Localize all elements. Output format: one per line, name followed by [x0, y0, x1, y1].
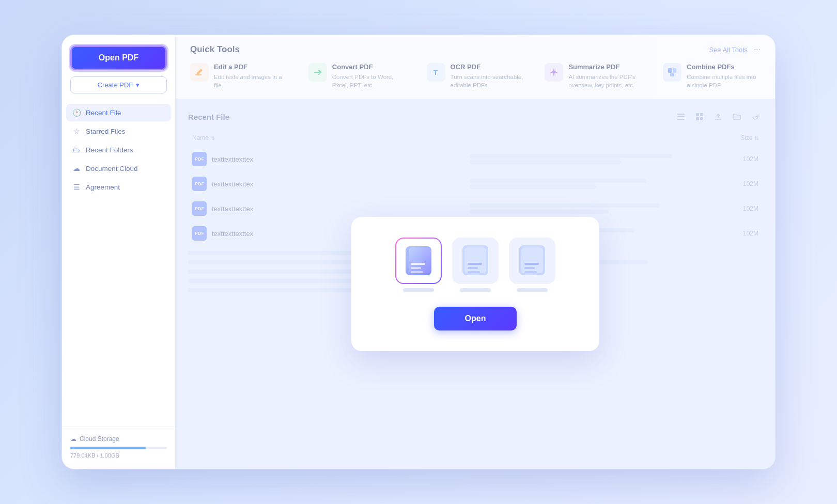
svg-rect-0 [195, 74, 202, 75]
summarize-pdf-name: Summarize PDF [568, 63, 642, 71]
cloud-storage-label: ☁ Cloud Storage [70, 435, 167, 443]
svg-rect-3 [668, 68, 672, 73]
file-area: Recent File [176, 99, 775, 469]
open-pdf-button[interactable]: Open PDF [70, 45, 167, 70]
tool-edit-pdf[interactable]: Edit a PDF Edit texts and images in a fi… [190, 63, 288, 89]
storage-bar-background [70, 447, 167, 449]
sidebar-item-agreement[interactable]: ☰ Agreement [66, 178, 171, 196]
svg-rect-26 [524, 267, 535, 269]
sidebar-item-recent-file[interactable]: 🕐 Recent File [66, 104, 171, 121]
svg-rect-27 [524, 271, 537, 273]
recent-file-icon: 🕐 [72, 108, 81, 117]
file-open-modal: Open [351, 217, 599, 351]
ocr-pdf-desc: Turn scans into searchable, editable PDF… [451, 73, 524, 89]
edit-pdf-desc: Edit texts and images in a file. [214, 73, 288, 89]
svg-rect-16 [411, 267, 421, 269]
sidebar-top: Open PDF Create PDF ▾ [62, 45, 175, 104]
svg-rect-25 [524, 263, 539, 265]
cloud-icon: ☁ [72, 164, 81, 172]
edit-pdf-name: Edit a PDF [214, 63, 288, 71]
more-options-icon[interactable]: ··· [754, 45, 761, 54]
svg-text:T: T [433, 69, 438, 76]
svg-rect-24 [521, 247, 543, 273]
open-file-button[interactable]: Open [434, 307, 517, 330]
svg-rect-19 [464, 247, 486, 273]
see-all-tools-link[interactable]: See All Tools [709, 46, 747, 54]
ocr-pdf-icon: T [427, 63, 445, 82]
svg-rect-5 [670, 73, 674, 76]
storage-bar-fill [70, 447, 146, 449]
star-icon: ☆ [72, 127, 81, 135]
combine-pdfs-name: Combine PDFs [687, 63, 761, 71]
tool-ocr-pdf[interactable]: T OCR PDF Turn scans into searchable, ed… [427, 63, 524, 89]
folder-icon: 🗁 [72, 146, 81, 154]
modal-file-item-3[interactable] [509, 238, 555, 292]
svg-rect-22 [468, 271, 480, 273]
quick-tools-section: Quick Tools See All Tools ··· Edit a P [176, 35, 775, 99]
app-window: Open PDF Create PDF ▾ 🕐 Recent File ☆ St… [62, 35, 775, 469]
svg-marker-2 [550, 68, 558, 76]
modal-file-item-1[interactable] [395, 238, 442, 292]
create-pdf-button[interactable]: Create PDF ▾ [70, 76, 167, 93]
tool-combine-pdfs[interactable]: Combine PDFs Combine multiple files into… [663, 63, 761, 89]
sidebar: Open PDF Create PDF ▾ 🕐 Recent File ☆ St… [62, 35, 176, 469]
main-content: Quick Tools See All Tools ··· Edit a P [176, 35, 775, 469]
storage-usage-text: 779.04KB / 1.00GB [70, 452, 167, 459]
quick-tools-header: Quick Tools See All Tools ··· [190, 44, 761, 55]
sidebar-item-starred-files[interactable]: ☆ Starred Files [66, 122, 171, 140]
quick-tools-actions: See All Tools ··· [709, 45, 761, 54]
modal-file-item-2[interactable] [452, 238, 499, 292]
tool-convert-pdf[interactable]: Convert PDF Convert PDFs to Word, Excel,… [308, 63, 406, 89]
svg-rect-15 [411, 263, 425, 265]
cloud-storage-icon: ☁ [70, 435, 76, 443]
sidebar-navigation: 🕐 Recent File ☆ Starred Files 🗁 Recent F… [62, 104, 175, 196]
svg-rect-21 [468, 267, 478, 269]
combine-pdfs-icon [663, 63, 681, 82]
convert-pdf-desc: Convert PDFs to Word, Excel, PPT, etc. [332, 73, 406, 89]
normal-file-icon-3 [509, 238, 555, 284]
svg-rect-17 [411, 271, 423, 273]
modal-overlay: Open [176, 99, 775, 469]
svg-rect-4 [673, 68, 676, 73]
ocr-pdf-name: OCR PDF [451, 63, 524, 71]
selected-file-icon [395, 238, 442, 284]
sidebar-item-document-cloud[interactable]: ☁ Document Cloud [66, 160, 171, 177]
convert-pdf-icon [308, 63, 327, 82]
svg-rect-20 [468, 263, 482, 265]
combine-pdfs-desc: Combine multiple files into a single PDF… [687, 73, 761, 89]
tools-grid: Edit a PDF Edit texts and images in a fi… [190, 63, 761, 89]
quick-tools-title: Quick Tools [190, 44, 240, 55]
summarize-pdf-desc: AI summarizes the PDF's overview, key po… [568, 73, 642, 89]
sidebar-bottom: ☁ Cloud Storage 779.04KB / 1.00GB [62, 427, 175, 459]
summarize-pdf-icon [545, 63, 563, 82]
agreement-icon: ☰ [72, 183, 81, 191]
sidebar-item-recent-folders[interactable]: 🗁 Recent Folders [66, 141, 171, 159]
convert-pdf-name: Convert PDF [332, 63, 406, 71]
normal-file-icon-2 [452, 238, 499, 284]
edit-pdf-icon [190, 63, 209, 82]
modal-icons-row [395, 238, 555, 292]
chevron-down-icon: ▾ [136, 81, 140, 89]
svg-rect-14 [409, 247, 431, 273]
tool-summarize-pdf[interactable]: Summarize PDF AI summarizes the PDF's ov… [545, 63, 642, 89]
